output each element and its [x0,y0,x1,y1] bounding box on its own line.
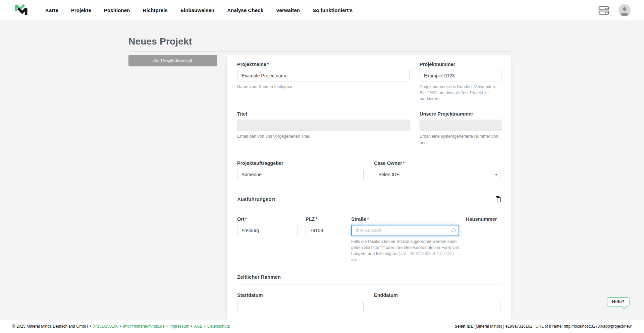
ausfuehrungsort-divider [237,208,502,208]
hausnummer-input[interactable] [466,225,502,236]
zeitlicher-rahmen-divider [237,284,502,284]
footer-link-07151-250100[interactable]: 07151/250100 [93,324,118,329]
mineral-minds-logo-icon[interactable] [12,2,29,19]
user-avatar-icon[interactable] [619,4,631,16]
required-asterisk: * [267,62,269,67]
top-bar: KarteProjektePositionenRichtpreisEinbauw… [0,0,644,20]
main-nav: KarteProjektePositionenRichtpreisEinbauw… [45,7,353,13]
nav-item-einbauweisen[interactable]: Einbauweisen [180,7,214,13]
case-owner-value: Selen IDE [378,172,399,177]
unsere-projektnummer-label: Unsere Projektnummer [420,111,501,117]
copy-icon[interactable] [494,195,502,204]
nav-item-projekte[interactable]: Projekte [71,7,91,13]
projektname-helper: Name vom Kunden festlegbar [237,84,410,90]
projektname-input[interactable] [237,70,410,81]
strasse-helper: Falls die Position keiner Straße zugeord… [351,239,459,263]
title-divider [128,51,511,52]
case-owner-select[interactable]: Selen IDE ▾ [374,169,500,180]
footer-separator: • [90,324,91,329]
zeitlicher-rahmen-heading: Zeitlicher Rahmen [237,274,502,280]
footer-separator: • [191,324,192,329]
project-form-card: Projektname* Name vom Kunden festlegbar … [227,55,512,320]
required-asterisk: * [245,216,247,222]
footer-separator: • [166,324,168,329]
page-content: Neues Projekt Zur Projektübersicht Proje… [128,20,511,333]
strasse-input[interactable] [351,225,459,236]
required-asterisk: * [315,216,317,222]
nav-item-analyse-check[interactable]: Analyse Check [227,7,263,13]
titel-label: Titel [237,111,410,117]
titel-input [237,120,410,131]
project-overview-button[interactable]: Zur Projektübersicht [128,55,217,66]
strasse-label: Straße* [351,216,459,222]
ausfuehrungsort-heading: Ausführungsort [237,196,275,202]
footer-link-info-mineral-minds-de[interactable]: info@mineral-minds.de [123,324,165,329]
footer-link-datenschutz[interactable]: Datenschutz [207,324,230,329]
ort-input[interactable] [237,225,298,236]
help-button[interactable]: Hilfe? [607,297,630,307]
projektauftraggeber-label: Projektauftraggeber [237,160,364,166]
hausnummer-label: Hausnummer [466,216,502,222]
footer-user: Selen IDE [455,324,473,329]
unsere-projektnummer-helper: Erhält eine systemgenerierte Nummer von … [420,133,501,145]
startdatum-label: Startdatum [237,292,364,298]
nav-item-verwalten[interactable]: Verwalten [276,7,300,13]
footer-left: © 2025 Mineral Minds Deutschland GmbH•07… [12,324,230,329]
footer: © 2025 Mineral Minds Deutschland GmbH•07… [0,320,644,333]
footer-separator: • [120,324,121,329]
topbar-right [597,4,631,16]
plz-label: PLZ* [306,216,342,222]
projektauftraggeber-input[interactable] [237,169,364,180]
chevron-down-icon: ▾ [495,172,497,177]
enddatum-label: Enddatum [374,292,500,298]
projektname-label: Projektname* [237,62,410,67]
required-asterisk: * [403,160,405,166]
unsere-projektnummer-input [420,120,501,131]
projektnummer-helper: Projektnummer des Kunden. Verwenden Sie … [420,84,501,102]
nav-item-richtpreis[interactable]: Richtpreis [143,7,168,13]
case-owner-label: Case Owner* [374,160,500,166]
left-column: Zur Projektübersicht [128,55,217,66]
footer-copyright: © 2025 Mineral Minds Deutschland GmbH [12,324,88,329]
titel-helper: Erhält den von uns vorgegebenen Titel. [237,133,410,139]
ort-label: Ort* [237,216,298,222]
page-title: Neues Projekt [128,36,511,47]
nav-item-so-funktioniert-s[interactable]: So funktioniert's [313,7,353,13]
footer-link-impressum[interactable]: Impressum [169,324,189,329]
enddatum-input[interactable] [374,301,500,312]
projektnummer-input[interactable] [420,70,501,81]
loading-spinner-icon [451,228,456,232]
nav-item-karte[interactable]: Karte [45,7,58,13]
footer-link-agb[interactable]: AGB [194,324,202,329]
server-icon[interactable] [597,5,610,16]
footer-separator: • [204,324,206,329]
projektnummer-label: Projektnummer [420,62,501,67]
required-asterisk: * [367,216,369,222]
nav-item-positionen[interactable]: Positionen [104,7,130,13]
plz-input[interactable] [306,225,342,236]
startdatum-input[interactable] [237,301,364,312]
footer-session-info: Selen IDE (Mineral Minds) | e199a7316162… [455,324,632,329]
